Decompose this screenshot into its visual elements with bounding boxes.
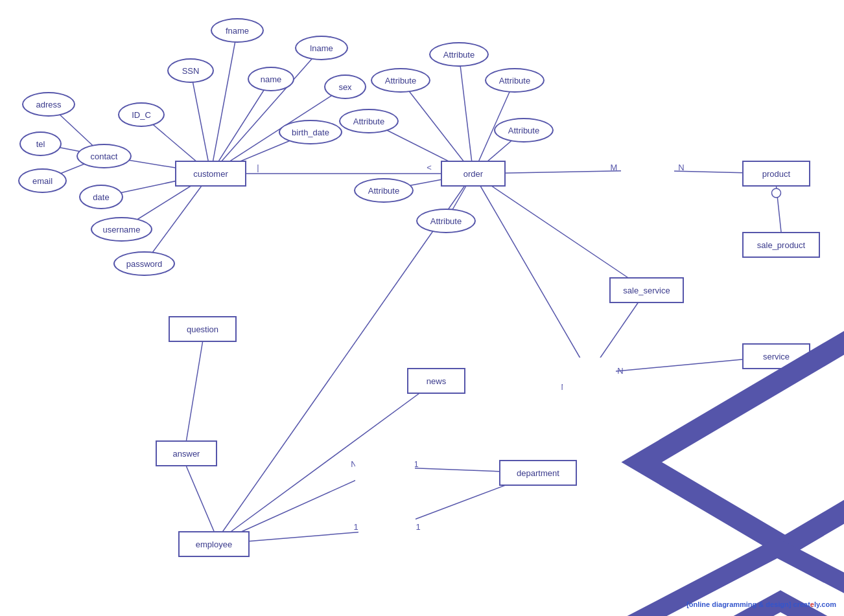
svg-line-30: [187, 466, 215, 531]
attr-password-label: password: [126, 259, 163, 269]
relationship-list2: list: [563, 358, 616, 390]
svg-text:|: |: [257, 163, 259, 172]
attr-order-7: Attribute: [416, 209, 476, 233]
entity-order: order: [441, 161, 506, 187]
attr-order-7-label: Attribute: [430, 216, 462, 226]
attr-order-6-label: Attribute: [368, 186, 399, 196]
attr-birth-date-label: birth_date: [292, 128, 329, 137]
watermark-brand: creat: [793, 600, 810, 608]
svg-line-2: [191, 71, 211, 174]
attr-fname-label: fname: [226, 26, 249, 36]
attr-order-3-label: Attribute: [499, 76, 530, 86]
svg-line-29: [187, 342, 203, 440]
entity-question: question: [169, 316, 237, 342]
entity-order-label: order: [463, 169, 483, 179]
attr-fname: fname: [211, 18, 264, 43]
svg-text:M: M: [611, 163, 618, 172]
entity-employee-label: employee: [196, 540, 232, 549]
attr-order-4-label: Attribute: [508, 126, 539, 135]
attr-tel-label: tel: [36, 139, 45, 149]
attr-password: password: [113, 251, 175, 276]
watermark-text: [online diagramming & design]: [686, 600, 791, 608]
attr-name: name: [248, 67, 294, 91]
entity-customer-label: customer: [193, 169, 228, 179]
attr-date-label: date: [93, 192, 109, 202]
relationship-work-for: work_for: [355, 451, 415, 483]
entity-news-label: news: [427, 376, 446, 386]
attr-order-4: Attribute: [494, 118, 554, 143]
relationship-manage: manage: [358, 514, 416, 546]
attr-id-c: ID_C: [118, 102, 165, 127]
attr-id-c-label: ID_C: [132, 110, 151, 120]
svg-text:<: <: [427, 163, 432, 172]
attr-ssn-label: SSN: [182, 66, 200, 76]
attr-order-2-label: Attribute: [443, 50, 475, 60]
entity-answer-label: answer: [173, 449, 200, 459]
attr-order-6: Attribute: [354, 178, 414, 203]
attr-contact-label: contact: [91, 152, 118, 161]
entity-customer: customer: [175, 161, 246, 187]
entity-answer: answer: [156, 440, 217, 466]
svg-line-14: [401, 80, 473, 174]
svg-line-25: [473, 174, 589, 374]
attr-sex: sex: [324, 74, 366, 99]
attr-order-1-label: Attribute: [385, 76, 416, 86]
attr-adress: adress: [22, 92, 75, 117]
attr-date: date: [79, 185, 123, 209]
entity-employee: employee: [178, 531, 250, 557]
svg-line-15: [459, 54, 473, 174]
attr-lname-label: lname: [310, 43, 333, 53]
attr-username-label: username: [103, 225, 141, 234]
attr-adress-label: adress: [36, 100, 61, 109]
attr-email: email: [18, 168, 67, 193]
entity-question-label: question: [187, 325, 218, 334]
attr-email-label: email: [32, 176, 53, 186]
attr-order-5: Attribute: [339, 109, 399, 133]
watermark: [online diagramming & design] creately.c…: [686, 600, 836, 608]
attr-lname: lname: [295, 36, 348, 60]
attr-order-1: Attribute: [371, 68, 430, 93]
attr-name-label: name: [261, 74, 282, 84]
attr-username: username: [91, 217, 152, 242]
attr-ssn: SSN: [167, 58, 214, 83]
attr-sex-label: sex: [338, 82, 351, 92]
attr-contact: contact: [76, 144, 132, 168]
relationship-list1: list: [621, 154, 674, 187]
entity-news: news: [407, 368, 465, 394]
attr-order-5-label: Attribute: [353, 117, 384, 126]
attr-tel: tel: [19, 131, 62, 156]
attr-birth-date: birth_date: [279, 120, 342, 144]
svg-line-9: [145, 174, 211, 264]
attr-order-2: Attribute: [429, 42, 489, 67]
watermark-suffix: .com: [819, 600, 836, 608]
attr-order-3: Attribute: [485, 68, 545, 93]
er-diagram-canvas: |<MNMN1N11 customer order product sale_p…: [0, 0, 844, 616]
